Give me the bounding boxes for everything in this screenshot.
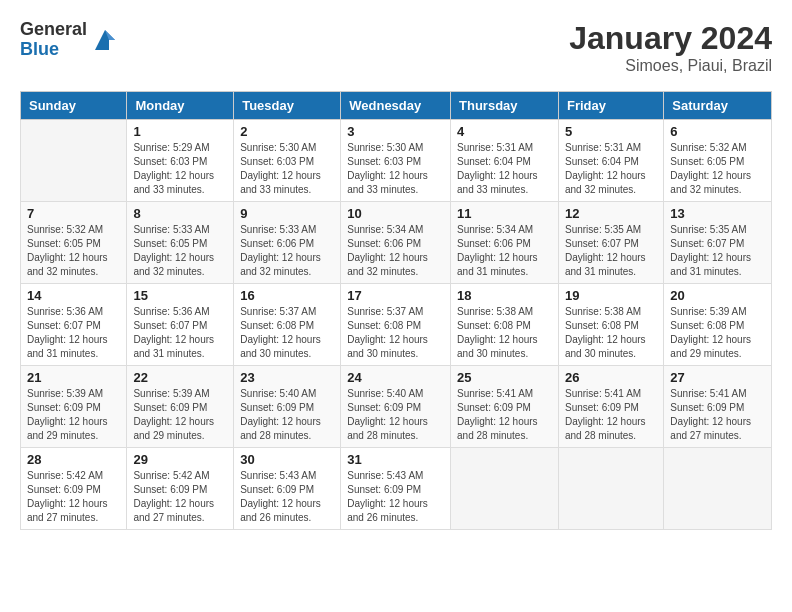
day-number: 10 <box>347 206 444 221</box>
calendar-cell: 13Sunrise: 5:35 AM Sunset: 6:07 PM Dayli… <box>664 202 772 284</box>
calendar-cell <box>451 448 559 530</box>
calendar-header-row: SundayMondayTuesdayWednesdayThursdayFrid… <box>21 92 772 120</box>
logo: General Blue <box>20 20 119 60</box>
calendar-cell: 27Sunrise: 5:41 AM Sunset: 6:09 PM Dayli… <box>664 366 772 448</box>
day-info: Sunrise: 5:41 AM Sunset: 6:09 PM Dayligh… <box>457 387 552 443</box>
calendar-cell: 1Sunrise: 5:29 AM Sunset: 6:03 PM Daylig… <box>127 120 234 202</box>
calendar-cell: 21Sunrise: 5:39 AM Sunset: 6:09 PM Dayli… <box>21 366 127 448</box>
page-header: General Blue January 2024 Simoes, Piaui,… <box>20 20 772 75</box>
calendar-cell: 26Sunrise: 5:41 AM Sunset: 6:09 PM Dayli… <box>558 366 663 448</box>
calendar-cell: 11Sunrise: 5:34 AM Sunset: 6:06 PM Dayli… <box>451 202 559 284</box>
calendar-cell <box>558 448 663 530</box>
day-number: 7 <box>27 206 120 221</box>
logo-icon <box>91 26 119 54</box>
day-info: Sunrise: 5:34 AM Sunset: 6:06 PM Dayligh… <box>347 223 444 279</box>
day-info: Sunrise: 5:40 AM Sunset: 6:09 PM Dayligh… <box>347 387 444 443</box>
day-header-saturday: Saturday <box>664 92 772 120</box>
day-header-monday: Monday <box>127 92 234 120</box>
calendar-cell: 3Sunrise: 5:30 AM Sunset: 6:03 PM Daylig… <box>341 120 451 202</box>
day-number: 25 <box>457 370 552 385</box>
calendar-cell: 30Sunrise: 5:43 AM Sunset: 6:09 PM Dayli… <box>234 448 341 530</box>
day-number: 15 <box>133 288 227 303</box>
day-number: 31 <box>347 452 444 467</box>
day-info: Sunrise: 5:37 AM Sunset: 6:08 PM Dayligh… <box>240 305 334 361</box>
calendar-cell: 7Sunrise: 5:32 AM Sunset: 6:05 PM Daylig… <box>21 202 127 284</box>
day-info: Sunrise: 5:39 AM Sunset: 6:09 PM Dayligh… <box>27 387 120 443</box>
day-info: Sunrise: 5:36 AM Sunset: 6:07 PM Dayligh… <box>27 305 120 361</box>
calendar-cell: 17Sunrise: 5:37 AM Sunset: 6:08 PM Dayli… <box>341 284 451 366</box>
calendar-cell: 5Sunrise: 5:31 AM Sunset: 6:04 PM Daylig… <box>558 120 663 202</box>
day-info: Sunrise: 5:29 AM Sunset: 6:03 PM Dayligh… <box>133 141 227 197</box>
day-info: Sunrise: 5:41 AM Sunset: 6:09 PM Dayligh… <box>565 387 657 443</box>
calendar-cell <box>664 448 772 530</box>
day-number: 12 <box>565 206 657 221</box>
day-info: Sunrise: 5:31 AM Sunset: 6:04 PM Dayligh… <box>565 141 657 197</box>
day-number: 24 <box>347 370 444 385</box>
calendar-cell: 22Sunrise: 5:39 AM Sunset: 6:09 PM Dayli… <box>127 366 234 448</box>
day-number: 14 <box>27 288 120 303</box>
calendar-week-row: 7Sunrise: 5:32 AM Sunset: 6:05 PM Daylig… <box>21 202 772 284</box>
day-number: 29 <box>133 452 227 467</box>
day-number: 3 <box>347 124 444 139</box>
day-number: 21 <box>27 370 120 385</box>
day-info: Sunrise: 5:40 AM Sunset: 6:09 PM Dayligh… <box>240 387 334 443</box>
day-info: Sunrise: 5:38 AM Sunset: 6:08 PM Dayligh… <box>565 305 657 361</box>
day-number: 19 <box>565 288 657 303</box>
day-info: Sunrise: 5:31 AM Sunset: 6:04 PM Dayligh… <box>457 141 552 197</box>
day-number: 20 <box>670 288 765 303</box>
day-info: Sunrise: 5:32 AM Sunset: 6:05 PM Dayligh… <box>27 223 120 279</box>
day-info: Sunrise: 5:30 AM Sunset: 6:03 PM Dayligh… <box>347 141 444 197</box>
day-number: 9 <box>240 206 334 221</box>
day-number: 28 <box>27 452 120 467</box>
day-info: Sunrise: 5:34 AM Sunset: 6:06 PM Dayligh… <box>457 223 552 279</box>
calendar-cell: 8Sunrise: 5:33 AM Sunset: 6:05 PM Daylig… <box>127 202 234 284</box>
day-number: 16 <box>240 288 334 303</box>
day-info: Sunrise: 5:37 AM Sunset: 6:08 PM Dayligh… <box>347 305 444 361</box>
logo-blue-text: Blue <box>20 40 87 60</box>
day-info: Sunrise: 5:33 AM Sunset: 6:06 PM Dayligh… <box>240 223 334 279</box>
day-info: Sunrise: 5:42 AM Sunset: 6:09 PM Dayligh… <box>27 469 120 525</box>
day-number: 5 <box>565 124 657 139</box>
day-number: 22 <box>133 370 227 385</box>
day-number: 4 <box>457 124 552 139</box>
month-title: January 2024 <box>569 20 772 57</box>
calendar-cell: 18Sunrise: 5:38 AM Sunset: 6:08 PM Dayli… <box>451 284 559 366</box>
location-subtitle: Simoes, Piaui, Brazil <box>569 57 772 75</box>
day-number: 23 <box>240 370 334 385</box>
day-number: 6 <box>670 124 765 139</box>
day-header-thursday: Thursday <box>451 92 559 120</box>
calendar-cell: 19Sunrise: 5:38 AM Sunset: 6:08 PM Dayli… <box>558 284 663 366</box>
calendar-cell: 25Sunrise: 5:41 AM Sunset: 6:09 PM Dayli… <box>451 366 559 448</box>
day-info: Sunrise: 5:32 AM Sunset: 6:05 PM Dayligh… <box>670 141 765 197</box>
day-info: Sunrise: 5:39 AM Sunset: 6:08 PM Dayligh… <box>670 305 765 361</box>
calendar-cell: 4Sunrise: 5:31 AM Sunset: 6:04 PM Daylig… <box>451 120 559 202</box>
calendar-cell: 2Sunrise: 5:30 AM Sunset: 6:03 PM Daylig… <box>234 120 341 202</box>
calendar-cell: 15Sunrise: 5:36 AM Sunset: 6:07 PM Dayli… <box>127 284 234 366</box>
day-number: 26 <box>565 370 657 385</box>
day-info: Sunrise: 5:35 AM Sunset: 6:07 PM Dayligh… <box>565 223 657 279</box>
day-header-sunday: Sunday <box>21 92 127 120</box>
day-number: 11 <box>457 206 552 221</box>
calendar-cell: 20Sunrise: 5:39 AM Sunset: 6:08 PM Dayli… <box>664 284 772 366</box>
day-number: 2 <box>240 124 334 139</box>
day-info: Sunrise: 5:41 AM Sunset: 6:09 PM Dayligh… <box>670 387 765 443</box>
day-info: Sunrise: 5:43 AM Sunset: 6:09 PM Dayligh… <box>347 469 444 525</box>
calendar-week-row: 28Sunrise: 5:42 AM Sunset: 6:09 PM Dayli… <box>21 448 772 530</box>
day-number: 18 <box>457 288 552 303</box>
day-info: Sunrise: 5:42 AM Sunset: 6:09 PM Dayligh… <box>133 469 227 525</box>
calendar-cell: 10Sunrise: 5:34 AM Sunset: 6:06 PM Dayli… <box>341 202 451 284</box>
calendar-cell: 9Sunrise: 5:33 AM Sunset: 6:06 PM Daylig… <box>234 202 341 284</box>
day-number: 8 <box>133 206 227 221</box>
calendar-cell: 14Sunrise: 5:36 AM Sunset: 6:07 PM Dayli… <box>21 284 127 366</box>
calendar-week-row: 14Sunrise: 5:36 AM Sunset: 6:07 PM Dayli… <box>21 284 772 366</box>
calendar-week-row: 1Sunrise: 5:29 AM Sunset: 6:03 PM Daylig… <box>21 120 772 202</box>
day-info: Sunrise: 5:43 AM Sunset: 6:09 PM Dayligh… <box>240 469 334 525</box>
title-section: January 2024 Simoes, Piaui, Brazil <box>569 20 772 75</box>
day-info: Sunrise: 5:30 AM Sunset: 6:03 PM Dayligh… <box>240 141 334 197</box>
logo-general-text: General <box>20 20 87 40</box>
calendar-cell: 12Sunrise: 5:35 AM Sunset: 6:07 PM Dayli… <box>558 202 663 284</box>
calendar-cell: 24Sunrise: 5:40 AM Sunset: 6:09 PM Dayli… <box>341 366 451 448</box>
day-number: 17 <box>347 288 444 303</box>
day-header-friday: Friday <box>558 92 663 120</box>
day-info: Sunrise: 5:33 AM Sunset: 6:05 PM Dayligh… <box>133 223 227 279</box>
